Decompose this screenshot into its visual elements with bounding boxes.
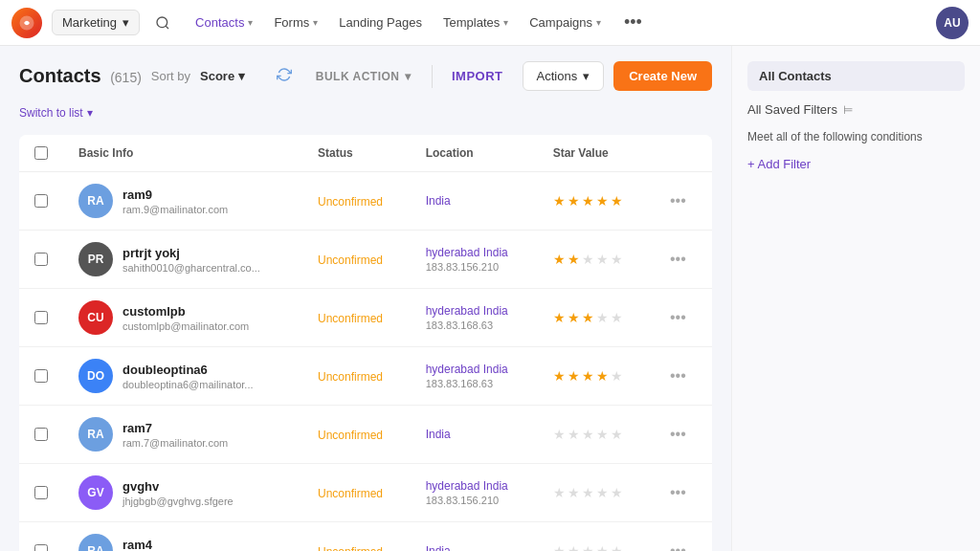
contact-info: GV gvghv jhjgbgb@gvghvg.sfgere	[78, 475, 287, 510]
nav-item-landing-pages[interactable]: Landing Pages	[329, 10, 432, 35]
location-city: India	[426, 194, 523, 208]
location-city: hyderabad India	[426, 363, 523, 376]
location-ip: 183.83.156.210	[426, 261, 523, 273]
star-rating[interactable]: ★★★★★	[553, 543, 635, 551]
location-city: India	[426, 428, 523, 441]
row-actions-button[interactable]: •••	[666, 247, 697, 272]
star-icon: ★	[596, 193, 609, 209]
app-selector[interactable]: Marketing ▾	[52, 10, 140, 35]
table-row: DO doubleoptina6 doubleoptina6@mailinato…	[19, 347, 712, 406]
contact-email: doubleoptina6@mailinator...	[122, 379, 254, 390]
star-icon: ★	[553, 310, 566, 325]
star-icon: ★	[611, 485, 623, 500]
nav-item-contacts[interactable]: Contacts▾	[186, 10, 262, 35]
row-actions-button[interactable]: •••	[666, 188, 697, 213]
contact-details: ram9 ram.9@mailinator.com	[122, 187, 228, 215]
actions-button[interactable]: Actions ▾	[523, 61, 605, 91]
contact-name: ram7	[122, 421, 228, 435]
star-icon: ★	[582, 193, 594, 209]
contact-email: customlpb@mailinator.com	[122, 320, 249, 332]
avatar: RA	[78, 184, 113, 218]
row-checkbox[interactable]	[34, 311, 48, 324]
contact-details: ram7 ram.7@mailinator.com	[122, 421, 228, 449]
all-contacts-header[interactable]: All Contacts	[747, 61, 965, 91]
app-logo[interactable]	[11, 8, 42, 38]
bulk-action-button[interactable]: BULK ACTION ▾	[305, 63, 422, 90]
avatar: GV	[78, 475, 113, 510]
switch-view-button[interactable]: Switch to list ▾	[19, 106, 712, 120]
col-status: Status	[302, 135, 411, 172]
avatar: CU	[78, 300, 113, 335]
add-filter-button[interactable]: + Add Filter	[747, 157, 811, 171]
search-button[interactable]	[147, 8, 178, 38]
star-rating[interactable]: ★★★★★	[553, 485, 635, 500]
row-actions-button[interactable]: •••	[666, 364, 697, 388]
row-checkbox[interactable]	[34, 544, 48, 551]
avatar: RA	[78, 417, 113, 452]
row-checkbox[interactable]	[34, 369, 48, 383]
create-new-button[interactable]: Create New	[613, 61, 712, 91]
forms-label: Forms	[274, 15, 309, 30]
status-badge: Unconfirmed	[318, 429, 383, 442]
star-rating[interactable]: ★★★★★	[553, 310, 635, 325]
select-all-checkbox[interactable]	[34, 146, 48, 160]
nav-item-templates[interactable]: Templates▾	[434, 10, 518, 35]
row-checkbox[interactable]	[34, 194, 48, 208]
table-row: RA ram9 ram.9@mailinator.com Unconfirmed…	[19, 172, 712, 231]
row-checkbox[interactable]	[34, 486, 48, 499]
nav-item-forms[interactable]: Forms▾	[264, 10, 327, 35]
sort-by-selector[interactable]: Score ▾	[200, 69, 245, 83]
star-icon: ★	[568, 252, 580, 267]
row-actions-button[interactable]: •••	[666, 480, 697, 505]
row-actions-button[interactable]: •••	[666, 422, 697, 447]
star-icon: ★	[611, 368, 623, 384]
contact-name: gvghv	[122, 479, 234, 494]
filters-panel: All Contacts All Saved Filters ⊨ Meet al…	[731, 46, 980, 551]
star-icon: ★	[611, 310, 623, 325]
location-city: hyderabad India	[426, 479, 523, 493]
star-rating[interactable]: ★★★★★	[553, 193, 635, 209]
star-icon: ★	[582, 252, 594, 267]
page-toolbar: Contacts (615) Sort by Score ▾ BULK ACTI…	[19, 61, 712, 91]
star-rating[interactable]: ★★★★★	[553, 427, 635, 442]
contact-name: prtrjt yokj	[122, 246, 260, 260]
contact-info: DO doubleoptina6 doubleoptina6@mailinato…	[78, 359, 287, 393]
star-icon: ★	[596, 310, 609, 325]
col-star-value: Star Value	[538, 135, 651, 172]
row-checkbox[interactable]	[34, 253, 48, 266]
nav-more-button[interactable]: •••	[616, 9, 650, 36]
table-row: RA ram4 ram.4@mailinator.com Unconfirmed…	[19, 522, 712, 552]
contact-info: RA ram9 ram.9@mailinator.com	[78, 184, 287, 218]
contacts-count: (615)	[110, 70, 142, 85]
star-icon: ★	[568, 427, 580, 442]
contact-info: PR prtrjt yokj sahith0010@gharcentral.co…	[78, 242, 287, 276]
table-row: CU customlpb customlpb@mailinator.com Un…	[19, 289, 712, 347]
contact-email: sahith0010@gharcentral.co...	[122, 262, 260, 274]
nav-item-campaigns[interactable]: Campaigns▾	[520, 10, 611, 35]
contact-details: doubleoptina6 doubleoptina6@mailinator..…	[122, 363, 254, 390]
refresh-button[interactable]	[273, 63, 296, 90]
star-icon: ★	[568, 368, 580, 384]
contact-name: ram4	[122, 538, 228, 552]
toolbar-right: BULK ACTION ▾ IMPORT Actions ▾ Create Ne…	[273, 61, 712, 91]
contacts-panel: Contacts (615) Sort by Score ▾ BULK ACTI…	[0, 46, 731, 551]
all-saved-filters-button[interactable]: All Saved Filters ⊨	[747, 102, 965, 117]
contact-email: ram.9@mailinator.com	[122, 204, 228, 215]
top-navigation: Marketing ▾ Contacts▾Forms▾Landing Pages…	[0, 0, 980, 46]
toolbar-divider	[432, 65, 433, 88]
user-avatar[interactable]: AU	[936, 7, 969, 39]
filter-icon: ⊨	[843, 103, 853, 117]
contact-details: ram4 ram.4@mailinator.com	[122, 538, 228, 552]
row-checkbox[interactable]	[34, 428, 48, 441]
star-rating[interactable]: ★★★★★	[553, 368, 635, 384]
contact-info: RA ram7 ram.7@mailinator.com	[78, 417, 287, 452]
row-actions-button[interactable]: •••	[666, 305, 697, 330]
star-rating[interactable]: ★★★★★	[553, 252, 635, 267]
star-icon: ★	[596, 252, 609, 267]
row-actions-button[interactable]: •••	[666, 539, 697, 551]
contact-name: ram9	[122, 187, 228, 202]
star-icon: ★	[582, 485, 594, 500]
import-button[interactable]: IMPORT	[442, 63, 513, 89]
contact-email: ram.7@mailinator.com	[122, 437, 228, 449]
status-badge: Unconfirmed	[318, 312, 383, 325]
